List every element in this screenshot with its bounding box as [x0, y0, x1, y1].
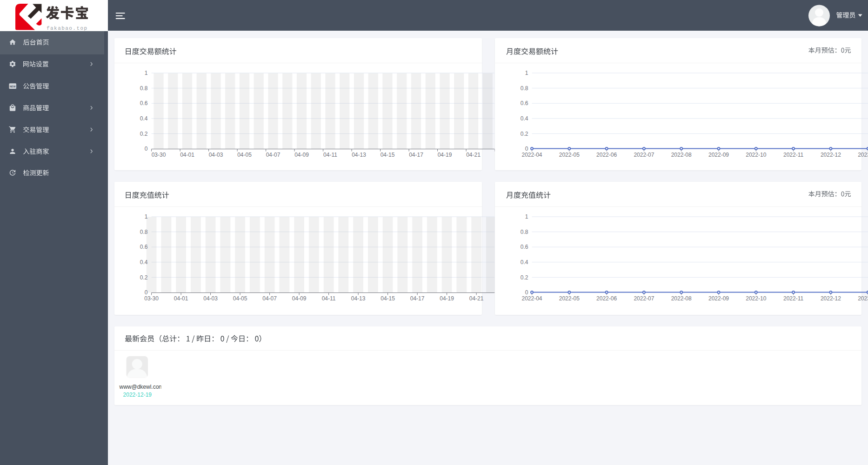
- svg-text:04-21: 04-21: [469, 295, 484, 302]
- svg-text:fakabao.top: fakabao.top: [47, 26, 88, 31]
- svg-text:04-01: 04-01: [180, 152, 194, 158]
- svg-text:04-15: 04-15: [381, 295, 395, 302]
- svg-text:04-09: 04-09: [294, 152, 309, 158]
- svg-text:0.6: 0.6: [140, 100, 148, 106]
- svg-text:1: 1: [525, 213, 528, 220]
- svg-text:03-30: 03-30: [152, 152, 166, 158]
- svg-text:04-09: 04-09: [292, 295, 307, 302]
- svg-text:0.8: 0.8: [521, 229, 528, 235]
- svg-text:04-07: 04-07: [262, 295, 277, 302]
- svg-text:1: 1: [145, 213, 148, 220]
- svg-text:04-07: 04-07: [266, 152, 280, 158]
- svg-text:0.4: 0.4: [140, 259, 148, 266]
- svg-text:2022-07: 2022-07: [634, 152, 654, 158]
- svg-text:2022-04: 2022-04: [521, 295, 542, 302]
- svg-text:0: 0: [525, 289, 528, 296]
- svg-text:2022-08: 2022-08: [671, 152, 692, 158]
- svg-text:0.2: 0.2: [521, 274, 528, 281]
- svg-text:0.6: 0.6: [521, 100, 528, 106]
- svg-text:0.8: 0.8: [140, 229, 148, 235]
- svg-text:2022-11: 2022-11: [783, 295, 803, 302]
- svg-text:0.4: 0.4: [140, 115, 148, 122]
- svg-text:04-17: 04-17: [410, 295, 425, 302]
- svg-text:0.8: 0.8: [521, 85, 528, 92]
- svg-text:2022-06: 2022-06: [596, 295, 617, 302]
- svg-text:2023-01: 2023-01: [858, 152, 868, 158]
- svg-text:04-03: 04-03: [203, 295, 218, 302]
- svg-text:0.6: 0.6: [521, 244, 528, 250]
- svg-text:03-30: 03-30: [144, 295, 159, 302]
- svg-text:04-01: 04-01: [174, 295, 188, 302]
- svg-text:1: 1: [525, 70, 528, 76]
- svg-text:0.2: 0.2: [140, 131, 148, 137]
- svg-text:2022-10: 2022-10: [746, 295, 766, 302]
- svg-text:2022-11: 2022-11: [783, 152, 803, 158]
- svg-text:0.8: 0.8: [140, 85, 148, 92]
- svg-text:2022-10: 2022-10: [746, 152, 766, 158]
- svg-text:04-17: 04-17: [409, 152, 423, 158]
- svg-text:2022-07: 2022-07: [634, 295, 654, 302]
- svg-text:0: 0: [145, 289, 148, 296]
- svg-text:04-19: 04-19: [440, 295, 454, 302]
- svg-text:04-11: 04-11: [323, 152, 337, 158]
- svg-text:1: 1: [145, 70, 148, 76]
- svg-text:04-15: 04-15: [381, 152, 395, 158]
- svg-text:0.2: 0.2: [140, 274, 148, 281]
- svg-text:04-13: 04-13: [352, 152, 366, 158]
- svg-text:2022-12: 2022-12: [821, 152, 841, 158]
- svg-text:0.4: 0.4: [521, 115, 528, 122]
- svg-text:0.6: 0.6: [140, 244, 148, 250]
- svg-text:04-11: 04-11: [322, 295, 336, 302]
- svg-text:2023-01: 2023-01: [858, 295, 868, 302]
- svg-text:04-19: 04-19: [438, 152, 452, 158]
- svg-text:www@dkewl.com: www@dkewl.com: [119, 384, 164, 390]
- svg-text:2022-05: 2022-05: [559, 152, 580, 158]
- svg-text:04-21: 04-21: [466, 152, 481, 158]
- svg-text:04-03: 04-03: [209, 152, 223, 158]
- svg-text:0: 0: [525, 146, 528, 152]
- svg-text:0.2: 0.2: [521, 131, 528, 137]
- svg-text:0.4: 0.4: [521, 259, 528, 266]
- svg-text:2022-09: 2022-09: [708, 295, 729, 302]
- svg-text:2022-12-19: 2022-12-19: [123, 392, 152, 398]
- svg-text:2022-08: 2022-08: [671, 295, 692, 302]
- svg-text:NEW: NEW: [10, 85, 16, 88]
- svg-text:2022-12: 2022-12: [821, 295, 841, 302]
- svg-text:04-13: 04-13: [351, 295, 366, 302]
- svg-text:2022-06: 2022-06: [596, 152, 617, 158]
- svg-text:04-23: 04-23: [495, 152, 509, 158]
- svg-text:04-05: 04-05: [233, 295, 247, 302]
- svg-text:0: 0: [145, 146, 148, 152]
- svg-text:04-05: 04-05: [237, 152, 252, 158]
- svg-text:2022-04: 2022-04: [521, 152, 542, 158]
- svg-text:2022-05: 2022-05: [559, 295, 580, 302]
- svg-text:2022-09: 2022-09: [708, 152, 729, 158]
